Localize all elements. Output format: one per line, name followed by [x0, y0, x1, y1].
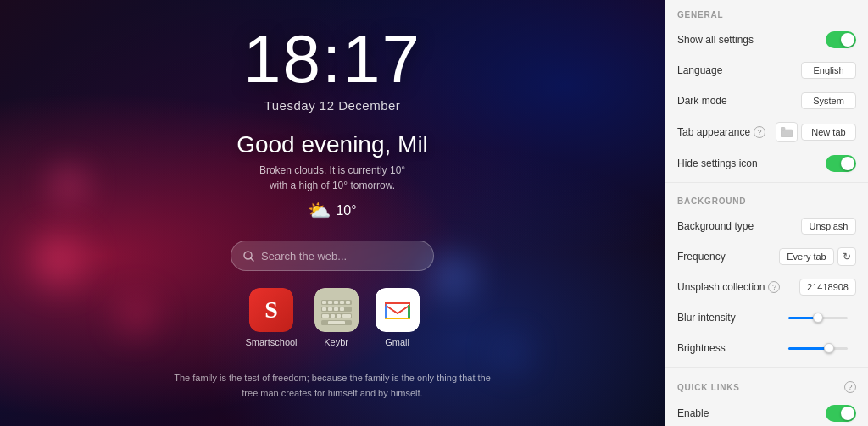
cloud-icon: ⛅ [308, 200, 331, 222]
unsplash-collection-row: Unsplash collection ? 21418908 [665, 272, 868, 302]
frequency-value[interactable]: Every tab [779, 248, 834, 265]
enable-quick-links-toggle[interactable] [826, 405, 856, 422]
shortcut-smartschool[interactable]: S Smartschool [245, 288, 297, 347]
blur-intensity-label: Blur intensity [677, 312, 736, 324]
quick-links-help-icon[interactable]: ? [844, 381, 856, 393]
search-bar[interactable] [231, 241, 434, 271]
unsplash-collection-label: Unsplash collection ? [677, 281, 780, 293]
hide-settings-toggle[interactable] [826, 155, 856, 172]
svg-rect-19 [342, 314, 351, 318]
dark-mode-label: Dark mode [677, 95, 727, 107]
svg-rect-25 [385, 302, 410, 304]
svg-rect-18 [337, 314, 341, 318]
clock-display: 18:17 [243, 25, 421, 93]
keybr-icon [314, 288, 359, 332]
date-display: Tuesday 12 December [264, 98, 401, 113]
newtab-panel: 18:17 Tuesday 12 December Good evening, … [0, 0, 665, 426]
hide-settings-row: Hide settings icon [665, 148, 868, 179]
newtab-content: 18:17 Tuesday 12 December Good evening, … [0, 0, 665, 401]
svg-rect-20 [328, 321, 345, 324]
tab-appearance-row: Tab appearance ? New tab [665, 116, 868, 148]
svg-rect-15 [340, 307, 344, 311]
settings-panel: GENERAL Show all settings Language Engli… [665, 0, 868, 426]
quick-links-title: QUICK LINKS [677, 383, 740, 392]
svg-line-1 [251, 258, 253, 261]
frequency-controls: Every tab ↻ [779, 247, 856, 266]
svg-rect-7 [322, 301, 326, 304]
svg-rect-12 [322, 307, 326, 311]
divider-2 [665, 367, 868, 368]
dark-mode-value[interactable]: System [801, 92, 856, 109]
show-all-settings-row: Show all settings [665, 25, 868, 55]
hide-settings-label: Hide settings icon [677, 158, 758, 169]
smartschool-icon: S [249, 288, 293, 332]
svg-rect-8 [328, 301, 332, 304]
svg-rect-13 [328, 307, 332, 311]
greeting-text: Good evening, Mil [236, 131, 428, 158]
svg-rect-26 [386, 305, 387, 318]
svg-rect-9 [334, 301, 338, 304]
tab-appearance-controls: New tab [776, 122, 856, 142]
background-type-value[interactable]: Unsplash [801, 218, 856, 235]
svg-rect-11 [346, 301, 350, 304]
quote-text: The family is the test of freedom; becau… [171, 371, 493, 401]
svg-rect-28 [781, 130, 793, 137]
refresh-button[interactable]: ↻ [837, 247, 856, 266]
show-all-settings-toggle[interactable] [826, 31, 856, 48]
show-all-settings-label: Show all settings [677, 34, 754, 46]
unsplash-collection-value[interactable]: 21418908 [799, 279, 856, 296]
search-input[interactable] [261, 250, 421, 263]
svg-rect-17 [331, 314, 335, 318]
brightness-fill [788, 347, 829, 350]
svg-rect-24 [385, 318, 410, 319]
general-section-header: GENERAL [665, 0, 868, 25]
brightness-thumb[interactable] [824, 343, 834, 353]
temperature-display: 10° [336, 203, 356, 219]
enable-quick-links-label: Enable [677, 407, 709, 419]
gmail-icon [376, 288, 420, 332]
keybr-label: Keybr [324, 337, 348, 347]
background-type-row: Background type Unsplash [665, 211, 868, 241]
tab-icon-box[interactable] [776, 122, 798, 142]
frequency-row: Frequency Every tab ↻ [665, 241, 868, 272]
brightness-row: Brightness [665, 333, 868, 363]
dark-mode-row: Dark mode System [665, 86, 868, 116]
background-section-header: BACKGROUND [665, 186, 868, 211]
shortcut-keybr[interactable]: Keybr [314, 288, 359, 347]
toggle-thumb [841, 33, 854, 47]
unsplash-help-icon[interactable]: ? [768, 281, 780, 293]
tab-appearance-label: Tab appearance ? [677, 126, 765, 138]
search-icon [243, 251, 254, 262]
smartschool-label: Smartschool [245, 337, 297, 347]
language-label: Language [677, 64, 722, 76]
shortcuts-row: S Smartschool [245, 288, 419, 347]
tab-appearance-value[interactable]: New tab [801, 124, 856, 141]
brightness-slider[interactable] [788, 347, 856, 350]
weather-description: Broken clouds. It is currently 10° with … [259, 163, 405, 193]
language-row: Language English [665, 55, 868, 86]
brightness-label: Brightness [677, 342, 726, 354]
gmail-label: Gmail [385, 337, 409, 347]
quick-links-header: QUICK LINKS ? [665, 371, 868, 398]
svg-rect-14 [334, 307, 338, 311]
enable-quick-links-row: Enable [665, 398, 868, 426]
svg-rect-29 [781, 127, 785, 130]
svg-rect-16 [322, 314, 329, 318]
divider-1 [665, 182, 868, 183]
background-type-label: Background type [677, 220, 754, 232]
weather-icon-row: ⛅ 10° [308, 200, 356, 222]
shortcut-gmail[interactable]: Gmail [376, 288, 420, 347]
language-value[interactable]: English [801, 62, 856, 79]
svg-rect-27 [408, 305, 409, 318]
frequency-label: Frequency [677, 251, 726, 263]
svg-rect-10 [340, 301, 344, 304]
blur-intensity-row: Blur intensity [665, 302, 868, 333]
blur-slider[interactable] [788, 317, 856, 319]
tab-appearance-help-icon[interactable]: ? [754, 126, 765, 138]
blur-thumb[interactable] [813, 313, 823, 323]
